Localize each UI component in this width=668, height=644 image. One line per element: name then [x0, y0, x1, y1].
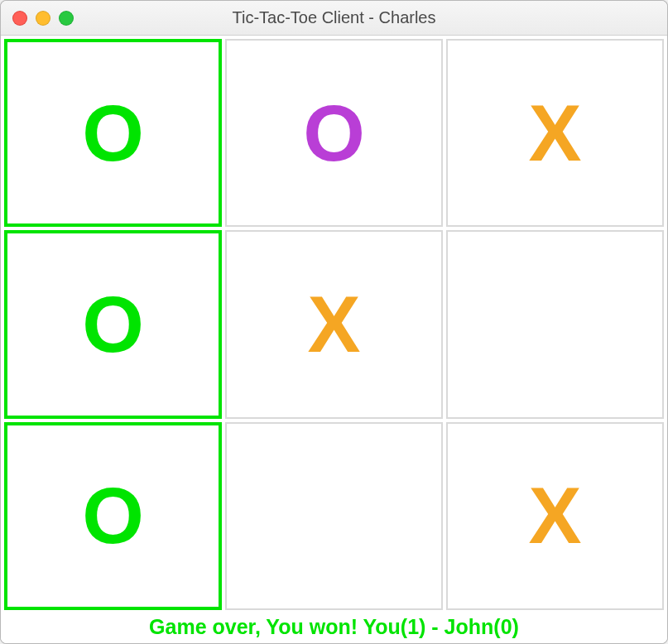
status-bar: Game over, You won! You(1) - John(0): [4, 610, 664, 643]
cell-0-1[interactable]: O: [225, 39, 443, 227]
cell-mark: O: [82, 94, 144, 173]
cell-mark: O: [82, 476, 144, 555]
cell-1-2[interactable]: [446, 230, 664, 418]
cell-0-0[interactable]: O: [4, 39, 222, 227]
window-title: Tic-Tac-Toe Client - Charles: [233, 8, 436, 27]
cell-mark: X: [307, 285, 360, 364]
cell-0-2[interactable]: X: [446, 39, 664, 227]
cell-mark: O: [303, 94, 365, 173]
traffic-lights: [12, 11, 74, 26]
minimize-icon[interactable]: [36, 11, 50, 26]
close-icon[interactable]: [12, 11, 27, 26]
content-area: O O X O X O X: [1, 36, 667, 643]
cell-mark: O: [82, 285, 144, 364]
app-window: Tic-Tac-Toe Client - Charles O O X O X O: [0, 0, 668, 644]
cell-mark: X: [528, 476, 581, 555]
game-board: O O X O X O X: [4, 39, 664, 610]
cell-2-1[interactable]: [225, 422, 443, 610]
cell-mark: X: [528, 94, 581, 173]
cell-1-1[interactable]: X: [225, 230, 443, 418]
cell-2-0[interactable]: O: [4, 422, 222, 610]
cell-2-2[interactable]: X: [446, 422, 664, 610]
titlebar: Tic-Tac-Toe Client - Charles: [1, 1, 667, 36]
maximize-icon[interactable]: [59, 11, 74, 26]
cell-1-0[interactable]: O: [4, 230, 222, 418]
status-message: Game over, You won! You(1) - John(0): [149, 615, 519, 639]
